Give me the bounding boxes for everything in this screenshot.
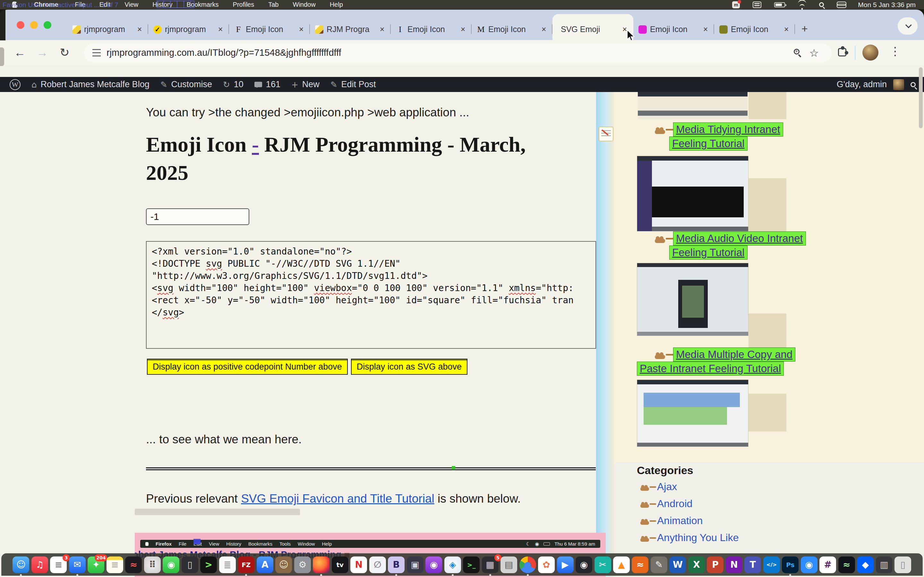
dock-item-notes[interactable]: ≡ [107, 556, 123, 573]
dock-item-word[interactable]: W [669, 556, 686, 573]
tab-close-icon[interactable]: × [540, 25, 548, 34]
dock-item-screen-time[interactable]: ∅ [369, 556, 386, 573]
zoom-window-button[interactable] [44, 21, 51, 29]
admin-updates[interactable]: ↻ 10 [223, 79, 244, 89]
reload-button[interactable]: ↻ [60, 46, 69, 59]
sidebar-tutorial-link[interactable]: Media Multiple Copy and [673, 348, 795, 362]
category-link-ajax[interactable]: Ajax [657, 481, 677, 493]
dock-item-gimp[interactable]: ✎ [651, 556, 667, 573]
dock-item-excel[interactable]: X [688, 556, 705, 573]
gray-scroll-bar[interactable] [135, 509, 300, 515]
dock-item-finder[interactable]: ☺ [13, 556, 29, 573]
sidebar-tutorial-link[interactable]: Paste Intranet Feeling Tutorial [637, 362, 784, 376]
browser-tab[interactable]: rjmprogram× [67, 14, 148, 40]
sidebar-tutorial-link[interactable]: Media Audio Video Intranet [673, 231, 806, 245]
zoom-page-icon[interactable] [794, 49, 800, 55]
dock-item-apple-tv[interactable]: tv [332, 556, 349, 573]
dock-item-photoshop[interactable]: Ps [782, 556, 798, 573]
dock-item-onenote[interactable]: N [726, 556, 742, 573]
menu-bar-clock[interactable]: Mon 5 Jan 3:36 pm [858, 1, 916, 9]
gmail-status-icon[interactable]: m [732, 1, 740, 8]
address-bar[interactable]: rjmprogramming.com.au/ITblog/?p=71548&jg… [84, 44, 832, 62]
sidebar-tutorial-image[interactable] [637, 156, 748, 231]
tab-search-button[interactable] [898, 17, 918, 35]
dock-item-podcasts[interactable]: ◉ [425, 556, 442, 573]
dock-item-console[interactable]: > [200, 556, 217, 573]
dock-item-vlc[interactable]: ▲ [613, 556, 630, 573]
admin-edit-post[interactable]: ✎ Edit Post [330, 79, 376, 89]
browser-tab[interactable]: FEmoji Icon× [229, 14, 310, 40]
site-info-icon[interactable] [92, 49, 101, 57]
tab-close-icon[interactable]: × [459, 25, 467, 34]
dock-item-messages[interactable]: ✦204 [87, 556, 104, 573]
dock-item-screens[interactable]: ▣ [407, 556, 423, 573]
dock-item-video-call[interactable]: ◉ [801, 556, 817, 573]
sidebar-tutorial-link[interactable]: Media Tidying Intranet [673, 122, 783, 137]
dock-item-facetime[interactable]: ◉ [163, 556, 179, 573]
page-scrollbar-thumb[interactable] [919, 67, 923, 128]
dock-item-obs[interactable]: ◉ [575, 556, 592, 573]
admin-search-icon[interactable] [911, 82, 916, 87]
dock-item-gray-utility[interactable]: ▤ [501, 556, 517, 573]
admin-customise[interactable]: ✎ Customise [160, 79, 212, 89]
browser-tab[interactable]: IEmoji Icon× [391, 14, 472, 40]
dock-item-bbedit[interactable]: B [388, 556, 405, 573]
tab-close-icon[interactable]: × [216, 25, 225, 34]
wifi-icon[interactable] [798, 2, 806, 8]
dock-item-vm-window[interactable]: ▥ [876, 556, 893, 573]
sidebar-partial-image[interactable] [638, 92, 748, 119]
url-text[interactable]: rjmprogramming.com.au/ITblog/?p=71548&jg… [107, 47, 341, 58]
browser-tab[interactable]: SVG Emoji× [552, 14, 633, 40]
admin-comments[interactable]: 161 [254, 79, 280, 89]
previous-tutorial-link[interactable]: SVG Emoji Favicon and Title Tutorial [241, 492, 435, 505]
keyboard-status-icon[interactable] [753, 2, 761, 8]
browser-tab[interactable]: RJM Progra× [310, 14, 391, 40]
new-tab-button[interactable]: + [801, 23, 808, 35]
menu-item-window[interactable]: Window [293, 1, 316, 8]
tab-close-icon[interactable]: × [782, 25, 790, 34]
back-button[interactable]: ← [14, 46, 26, 59]
wordpress-logo[interactable]: W [10, 79, 21, 90]
dock-item-terminal[interactable]: >_ [463, 556, 480, 573]
sidebar-tutorial-link[interactable]: Feeling Tutorial [669, 137, 748, 151]
tab-close-icon[interactable]: × [701, 25, 710, 34]
dock-item-code-editor[interactable]: </> [763, 556, 780, 573]
dock-item-audio-editor[interactable]: ≈ [632, 556, 648, 573]
heading-dash-link[interactable]: - [252, 133, 259, 156]
battery-icon[interactable] [774, 2, 785, 7]
tab-close-icon[interactable]: × [136, 25, 144, 34]
dock-item-launchpad[interactable]: ⠿ [144, 556, 161, 573]
sidebar-tutorial-link[interactable]: Feeling Tutorial [669, 245, 748, 259]
dock-item-music[interactable]: ♫ [31, 556, 48, 573]
admin-site-menu[interactable]: ⌂ Robert James Metcalfe Blog [31, 79, 150, 89]
tab-close-icon[interactable]: × [297, 25, 305, 34]
dock-item-design-tool[interactable]: ✂ [594, 556, 611, 573]
dock-item-teams[interactable]: T [744, 556, 761, 573]
display-icon-button-2[interactable]: Display icon as SVG above [351, 359, 467, 375]
category-link-android[interactable]: Android [657, 498, 692, 510]
category-link-anything-you-like[interactable]: Anything You Like [657, 532, 738, 544]
menu-item-profiles[interactable]: Profiles [233, 1, 254, 8]
dock-item-utility-gear[interactable]: ⚙ [294, 556, 311, 573]
close-window-button[interactable] [17, 21, 24, 29]
dock-item-firefox[interactable] [313, 556, 330, 573]
display-icon-button-1[interactable]: Display icon as positive codepoint Numbe… [147, 359, 348, 375]
dock-item-waveform[interactable]: ≈ [125, 556, 142, 573]
dock-item-powerpoint[interactable]: P [707, 556, 724, 573]
category-link-animation[interactable]: Animation [657, 515, 703, 527]
browser-tab[interactable]: Emoji Icon× [633, 14, 714, 40]
bookmark-star-icon[interactable]: ☆ [809, 47, 819, 59]
dock-item-safari[interactable]: ◈ [444, 556, 461, 573]
menu-item-tab[interactable]: Tab [268, 1, 278, 8]
browser-tab[interactable]: ✓rjmprogram× [148, 14, 229, 40]
dock-item-text-document[interactable]: ≣ [219, 556, 236, 573]
dock-item-mail[interactable]: ✉ [69, 556, 86, 573]
dock-item-photos[interactable]: ✿ [538, 556, 555, 573]
extensions-icon[interactable] [838, 48, 846, 56]
dock-item-app-store[interactable]: A [257, 556, 273, 573]
tab-close-icon[interactable]: × [378, 25, 386, 34]
spotlight-icon[interactable] [819, 2, 824, 7]
dock-item-bin[interactable]: ▯ [895, 556, 911, 573]
sidebar-tutorial-image[interactable] [637, 263, 748, 336]
menu-item-view[interactable]: View [124, 1, 138, 8]
